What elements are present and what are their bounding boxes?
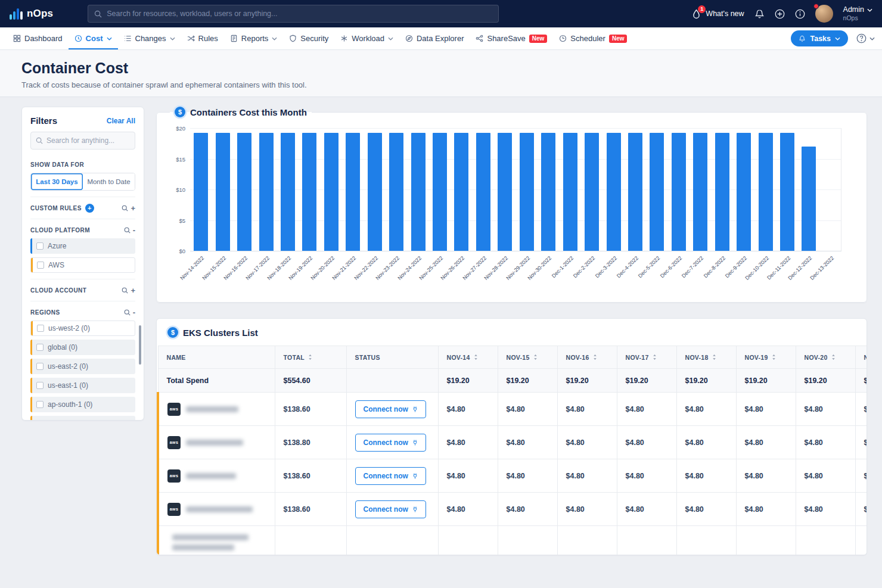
global-search-input[interactable] [107, 10, 492, 18]
bar-nov-18-2022[interactable] [281, 133, 295, 251]
bar-dec-9-2022[interactable] [737, 133, 751, 251]
collapse-icon[interactable]: - [133, 309, 135, 316]
add-icon[interactable] [775, 9, 785, 19]
col-header-nov-17[interactable]: NOV-17 [617, 346, 676, 369]
col-header-nov-15[interactable]: NOV-15 [498, 346, 557, 369]
grid-icon [13, 35, 21, 42]
nav-item-workload[interactable]: Workload [334, 27, 399, 49]
global-search[interactable] [88, 5, 499, 23]
expand-icon[interactable]: + [131, 287, 135, 294]
checkbox[interactable] [37, 262, 44, 269]
whats-new[interactable]: 1 What's new [691, 9, 744, 19]
checkbox[interactable] [36, 242, 44, 250]
bar-dec-6-2022[interactable] [672, 133, 686, 251]
checkbox[interactable] [36, 401, 44, 408]
col-header-nov-16[interactable]: NOV-16 [557, 346, 617, 369]
nav-item-data-explorer[interactable]: Data Explorer [399, 27, 470, 49]
search-section-icon[interactable] [122, 287, 128, 294]
bar-nov-16-2022[interactable] [237, 133, 251, 251]
eks-table-scroll[interactable]: NAMETOTALSTATUSNOV-14NOV-15NOV-16NOV-17N… [157, 346, 867, 555]
region-option-global-0[interactable]: global (0) [30, 340, 135, 355]
nav-item-rules[interactable]: Rules [181, 27, 224, 49]
info-icon[interactable] [795, 9, 805, 19]
connect-now-button[interactable]: Connect now [355, 434, 426, 452]
bar-dec-8-2022[interactable] [715, 133, 729, 251]
platform-option-aws[interactable]: AWS [30, 257, 135, 273]
bar-nov-30-2022[interactable] [541, 133, 555, 251]
bar-dec-3-2022[interactable] [607, 133, 621, 251]
bar-nov-17-2022[interactable] [259, 133, 274, 251]
connect-now-button[interactable]: Connect now [355, 467, 426, 485]
col-header-nov-21[interactable]: NOV-21 [855, 346, 867, 369]
nav-item-sharesave[interactable]: ShareSaveNew [470, 27, 553, 49]
nav-item-dashboard[interactable]: Dashboard [7, 27, 69, 49]
bar-nov-26-2022[interactable] [454, 133, 468, 251]
expand-icon[interactable]: + [131, 204, 135, 212]
bar-slot [494, 128, 515, 251]
cluster-daily-value: $4.80 [438, 493, 498, 526]
range-last-30-days[interactable]: Last 30 Days [31, 173, 83, 190]
region-option-ap-south-1-0[interactable]: ap-south-1 (0) [30, 397, 135, 412]
col-header-nov-20[interactable]: NOV-20 [796, 346, 855, 369]
bar-dec-1-2022[interactable] [563, 133, 577, 251]
nav-item-changes[interactable]: Changes [118, 27, 181, 49]
filters-search[interactable] [30, 132, 135, 150]
bar-nov-15-2022[interactable] [216, 133, 230, 251]
bar-nov-28-2022[interactable] [498, 133, 512, 251]
bar-nov-19-2022[interactable] [302, 133, 316, 251]
collapse-icon[interactable]: - [133, 226, 135, 234]
bar-dec-12-2022[interactable] [802, 147, 816, 251]
bell-icon[interactable] [754, 9, 765, 19]
bar-nov-20-2022[interactable] [324, 133, 338, 251]
compass-icon [405, 35, 413, 42]
range-month-to-date[interactable]: Month to Date [83, 173, 135, 190]
col-header-total[interactable]: TOTAL [275, 346, 346, 369]
col-header-nov-18[interactable]: NOV-18 [676, 346, 736, 369]
region-option-us-west-1-0[interactable]: us-west-1 (0) [30, 416, 135, 421]
clear-all-link[interactable]: Clear All [107, 117, 135, 125]
search-section-icon[interactable] [122, 205, 128, 211]
checkbox[interactable] [36, 382, 44, 389]
filters-search-input[interactable] [46, 136, 130, 145]
connect-now-button[interactable]: Connect now [355, 400, 426, 418]
bar-dec-4-2022[interactable] [628, 133, 642, 251]
bar-nov-27-2022[interactable] [476, 133, 490, 251]
col-header-nov-19[interactable]: NOV-19 [736, 346, 796, 369]
nav-item-reports[interactable]: Reports [224, 27, 284, 49]
regions-scrollbar[interactable] [139, 325, 141, 365]
checkbox[interactable] [36, 363, 44, 370]
region-option-us-east-2-0[interactable]: us-east-2 (0) [30, 359, 135, 374]
bar-nov-24-2022[interactable] [411, 133, 426, 251]
bar-nov-25-2022[interactable] [433, 133, 447, 251]
platform-option-azure[interactable]: Azure [30, 238, 135, 254]
bar-nov-21-2022[interactable] [346, 133, 360, 251]
checkbox[interactable] [36, 344, 44, 351]
search-section-icon[interactable] [124, 227, 131, 234]
bar-nov-14-2022[interactable] [194, 133, 208, 251]
search-section-icon[interactable] [124, 309, 131, 316]
add-custom-rule-icon[interactable]: + [85, 204, 94, 213]
region-option-us-west-2-0[interactable]: us-west-2 (0) [30, 321, 135, 336]
checkbox[interactable] [36, 420, 44, 421]
bar-dec-5-2022[interactable] [650, 133, 664, 251]
bar-nov-22-2022[interactable] [368, 133, 382, 251]
avatar[interactable] [815, 5, 833, 23]
col-header-nov-14[interactable]: NOV-14 [438, 346, 498, 369]
tasks-button[interactable]: Tasks [791, 30, 848, 46]
nav-item-cost[interactable]: Cost [69, 27, 118, 49]
connect-now-button[interactable]: Connect now [355, 500, 426, 518]
checkbox[interactable] [37, 325, 44, 332]
bar-nov-29-2022[interactable] [520, 133, 534, 251]
region-option-us-east-1-0[interactable]: us-east-1 (0) [30, 378, 135, 393]
help-menu[interactable] [856, 33, 875, 43]
nav-item-scheduler[interactable]: SchedulerNew [553, 27, 633, 49]
bar-dec-2-2022[interactable] [585, 133, 599, 251]
nops-logo[interactable]: nOps [10, 8, 53, 20]
bar-dec-10-2022[interactable] [759, 133, 773, 251]
nav-item-security[interactable]: Security [283, 27, 334, 49]
bell-icon [799, 35, 806, 42]
bar-nov-23-2022[interactable] [389, 133, 403, 251]
bar-dec-7-2022[interactable] [693, 133, 707, 251]
user-menu[interactable]: Admin nOps [843, 5, 872, 22]
bar-dec-11-2022[interactable] [780, 133, 794, 251]
